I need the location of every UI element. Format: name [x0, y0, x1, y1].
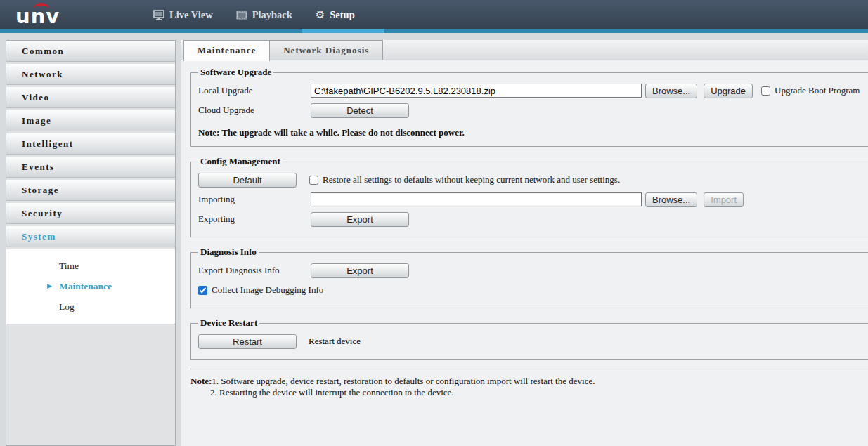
nav-playback[interactable]: Playback	[236, 9, 292, 21]
top-header: unv Live View	[0, 0, 868, 33]
local-upgrade-row: Local Upgrade Browse... Upgrade Upgrade …	[198, 83, 868, 98]
restore-checkbox-group: Restore all settings to defaults without…	[309, 174, 620, 185]
sidebar-item-common[interactable]: Common	[6, 41, 175, 62]
sidebar-item-video[interactable]: Video	[6, 87, 175, 108]
boot-program-checkbox-group: Upgrade Boot Program	[761, 85, 860, 96]
cloud-upgrade-label: Cloud Upgrade	[198, 105, 311, 116]
header-underline	[0, 29, 868, 33]
main-area: Common Network Video Image Intelligent E…	[0, 33, 868, 446]
active-submenu-arrow-icon: ▶	[47, 276, 52, 296]
import-button: Import	[704, 192, 744, 207]
importing-row: Importing Browse... Import	[198, 192, 868, 207]
sidebar: Common Network Video Image Intelligent E…	[6, 40, 176, 446]
export-diagnosis-row: Export Diagnosis Info Export	[198, 263, 868, 278]
tab-network-diagnosis[interactable]: Network Diagnosis	[270, 40, 383, 60]
upgrade-warning-note: Note: The upgrade will take a while. Ple…	[198, 127, 868, 138]
sidebar-item-storage[interactable]: Storage	[6, 180, 175, 201]
footer-note-prefix: Note:	[190, 376, 212, 386]
footer-note-line1-text: 1. Software upgrade, device restart, res…	[212, 376, 595, 386]
monitor-icon	[153, 10, 164, 20]
sidebar-item-network[interactable]: Network	[6, 64, 175, 85]
unv-logo: unv	[15, 1, 72, 29]
default-button[interactable]: Default	[198, 173, 297, 188]
export-config-button[interactable]: Export	[311, 212, 409, 227]
upgrade-boot-program-label: Upgrade Boot Program	[775, 85, 860, 96]
submenu-item-log[interactable]: Log	[6, 296, 175, 317]
main-nav: Live View Playback ⚙ Setup	[153, 0, 378, 29]
gear-icon: ⚙	[316, 8, 325, 21]
exporting-row: Exporting Export	[198, 211, 868, 227]
config-management-section: Config Management Default Restore all se…	[190, 156, 868, 237]
collect-debug-checkbox-group: Collect Image Debugging Info	[198, 284, 323, 296]
submenu-item-time[interactable]: Time	[6, 256, 175, 276]
config-management-legend: Config Management	[198, 156, 283, 167]
footer-note-line1: Note:1. Software upgrade, device restart…	[190, 376, 868, 387]
upgrade-button[interactable]: Upgrade	[704, 84, 753, 98]
local-upgrade-input[interactable]	[311, 84, 642, 98]
device-restart-section: Device Restart Restart Restart device	[190, 317, 868, 360]
sidebar-item-image[interactable]: Image	[6, 110, 175, 131]
nav-playback-label: Playback	[252, 9, 292, 21]
restore-settings-label: Restore all settings to defaults without…	[323, 174, 620, 185]
tab-maintenance[interactable]: Maintenance	[183, 40, 270, 61]
local-browse-button[interactable]: Browse...	[645, 84, 697, 98]
import-browse-button[interactable]: Browse...	[645, 192, 697, 207]
restart-row: Restart Restart device	[198, 334, 868, 349]
nav-live-view-label: Live View	[169, 9, 213, 21]
film-icon	[236, 11, 247, 20]
active-nav-indicator	[302, 29, 384, 33]
local-upgrade-label: Local Upgrade	[198, 85, 311, 96]
collect-debug-row: Collect Image Debugging Info	[198, 282, 868, 298]
device-restart-legend: Device Restart	[198, 317, 259, 329]
submenu-time-label: Time	[59, 261, 79, 271]
sidebar-item-events[interactable]: Events	[6, 157, 175, 178]
export-diagnosis-label: Export Diagnosis Info	[198, 265, 311, 276]
restore-settings-checkbox[interactable]	[309, 176, 318, 185]
sidebar-item-security[interactable]: Security	[6, 203, 175, 224]
submenu-item-maintenance[interactable]: ▶ Maintenance	[6, 276, 175, 296]
collect-image-debug-checkbox[interactable]	[198, 286, 207, 295]
cloud-upgrade-row: Cloud Upgrade Detect	[198, 103, 868, 118]
content-tabbar: Maintenance Network Diagnosis	[181, 40, 868, 60]
system-submenu: Time ▶ Maintenance Log	[6, 249, 175, 324]
collect-image-debug-label: Collect Image Debugging Info	[212, 284, 323, 296]
footer-note: Note:1. Software upgrade, device restart…	[190, 376, 868, 398]
content-panel: Maintenance Network Diagnosis Software U…	[181, 40, 868, 446]
diagnosis-info-section: Diagnosis Info Export Diagnosis Info Exp…	[190, 247, 868, 308]
export-diagnosis-button[interactable]: Export	[311, 263, 409, 278]
nav-live-view[interactable]: Live View	[153, 9, 213, 21]
importing-label: Importing	[198, 194, 311, 205]
default-row: Default Restore all settings to defaults…	[198, 172, 868, 188]
exporting-label: Exporting	[198, 214, 311, 225]
nav-setup-label: Setup	[330, 9, 354, 21]
restart-button[interactable]: Restart	[198, 334, 297, 349]
restart-device-description: Restart device	[309, 336, 361, 347]
detect-button[interactable]: Detect	[311, 103, 409, 118]
maintenance-page: Software Upgrade Local Upgrade Browse...…	[181, 60, 868, 446]
diagnosis-info-legend: Diagnosis Info	[198, 247, 259, 258]
sidebar-item-intelligent[interactable]: Intelligent	[6, 133, 175, 155]
footer-separator	[190, 369, 868, 369]
upgrade-boot-program-checkbox[interactable]	[761, 86, 770, 96]
software-upgrade-legend: Software Upgrade	[198, 67, 273, 78]
software-upgrade-section: Software Upgrade Local Upgrade Browse...…	[190, 67, 868, 147]
nav-setup[interactable]: ⚙ Setup	[316, 8, 355, 21]
sidebar-item-system[interactable]: System	[6, 226, 175, 247]
submenu-log-label: Log	[59, 301, 75, 312]
submenu-maintenance-label: Maintenance	[59, 281, 112, 291]
footer-note-line2: 2. Restarting the device will interrupt …	[190, 387, 868, 398]
importing-input[interactable]	[311, 192, 642, 206]
